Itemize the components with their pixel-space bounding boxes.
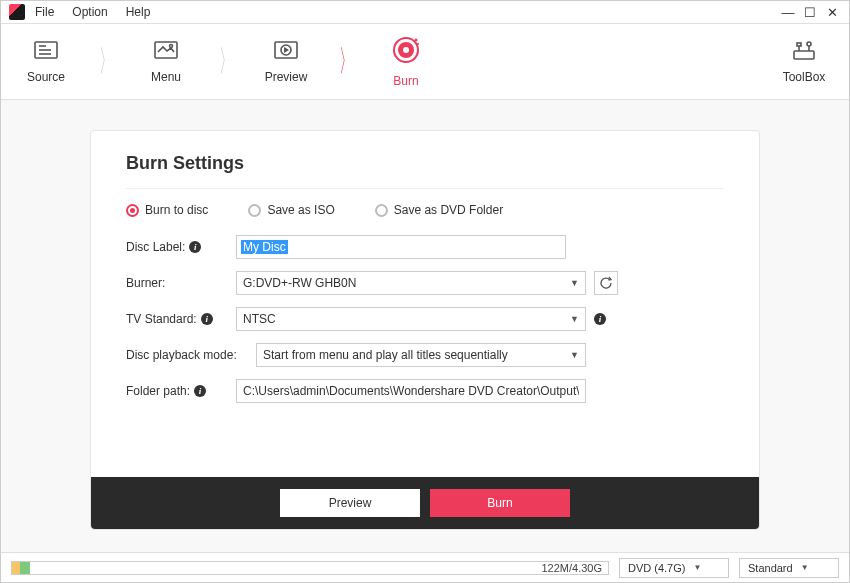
- radio-save-dvd-folder[interactable]: Save as DVD Folder: [375, 203, 503, 217]
- radio-burn-to-disc[interactable]: Burn to disc: [126, 203, 208, 217]
- tab-label: ToolBox: [783, 70, 826, 84]
- chevron-down-icon: ▼: [570, 350, 579, 360]
- card-footer: Preview Burn: [91, 477, 759, 529]
- disc-label-label: Disc Label:i: [126, 240, 236, 254]
- svg-rect-17: [797, 43, 801, 46]
- info-icon[interactable]: i: [201, 313, 213, 325]
- maximize-button[interactable]: ☐: [801, 5, 819, 20]
- folder-path-input[interactable]: C:\Users\admin\Documents\Wondershare DVD…: [236, 379, 586, 403]
- refresh-burner-button[interactable]: [594, 271, 618, 295]
- radio-label: Save as ISO: [267, 203, 334, 217]
- svg-marker-8: [284, 47, 289, 53]
- disc-type-select[interactable]: DVD (4.7G)▼: [619, 558, 729, 578]
- disc-label-input[interactable]: My Disc: [236, 235, 566, 259]
- tab-preview[interactable]: Preview: [241, 24, 331, 100]
- tv-standard-select[interactable]: NTSC▼: [236, 307, 586, 331]
- capacity-text: 122M/4.30G: [541, 562, 602, 574]
- chevron-down-icon: ▼: [801, 563, 809, 572]
- playback-mode-select[interactable]: Start from menu and play all titles sequ…: [256, 343, 586, 367]
- output-type-group: Burn to disc Save as ISO Save as DVD Fol…: [126, 203, 724, 217]
- preview-button[interactable]: Preview: [280, 489, 420, 517]
- tab-bar: Source 〉 Menu 〉 Preview 〉 Burn ToolBox: [1, 24, 849, 100]
- close-button[interactable]: ✕: [823, 5, 841, 20]
- menu-option[interactable]: Option: [72, 5, 107, 19]
- toolbox-icon: [790, 39, 818, 64]
- menu-file[interactable]: File: [35, 5, 54, 19]
- playback-mode-label: Disc playback mode:: [126, 348, 256, 362]
- content-area: Burn Settings Burn to disc Save as ISO S…: [1, 100, 849, 552]
- chevron-down-icon: ▼: [570, 278, 579, 288]
- tab-burn[interactable]: Burn: [361, 24, 451, 100]
- info-icon[interactable]: i: [194, 385, 206, 397]
- burner-select[interactable]: G:DVD+-RW GHB0N▼: [236, 271, 586, 295]
- svg-point-13: [417, 43, 419, 45]
- info-icon[interactable]: i: [189, 241, 201, 253]
- menu-icon: [152, 39, 180, 64]
- minimize-button[interactable]: —: [779, 5, 797, 20]
- capacity-progress: 122M/4.30G: [11, 561, 609, 575]
- tab-menu[interactable]: Menu: [121, 24, 211, 100]
- chevron-down-icon: ▼: [693, 563, 701, 572]
- chevron-icon: 〉: [219, 41, 234, 82]
- svg-point-5: [170, 45, 173, 48]
- burn-icon: [391, 35, 421, 68]
- chevron-down-icon: ▼: [570, 314, 579, 324]
- status-bar: 122M/4.30G DVD (4.7G)▼ Standard▼: [1, 552, 849, 582]
- progress-segment: [12, 562, 20, 574]
- source-icon: [32, 39, 60, 64]
- tv-standard-label: TV Standard:i: [126, 312, 236, 326]
- burn-button[interactable]: Burn: [430, 489, 570, 517]
- radio-save-iso[interactable]: Save as ISO: [248, 203, 334, 217]
- card-title: Burn Settings: [126, 153, 724, 189]
- folder-path-label: Folder path:i: [126, 384, 236, 398]
- tab-label: Source: [27, 70, 65, 84]
- tab-label: Menu: [151, 70, 181, 84]
- preview-icon: [272, 39, 300, 64]
- svg-point-12: [415, 39, 418, 42]
- tab-toolbox[interactable]: ToolBox: [759, 39, 849, 84]
- progress-segment: [20, 562, 30, 574]
- chevron-icon: 〉: [339, 41, 354, 82]
- titlebar: File Option Help — ☐ ✕: [1, 1, 849, 24]
- quality-select[interactable]: Standard▼: [739, 558, 839, 578]
- info-icon[interactable]: i: [594, 313, 606, 325]
- radio-label: Burn to disc: [145, 203, 208, 217]
- tab-label: Preview: [265, 70, 308, 84]
- menu-help[interactable]: Help: [126, 5, 151, 19]
- burner-label: Burner:: [126, 276, 236, 290]
- app-icon: [9, 4, 25, 20]
- svg-rect-14: [794, 51, 814, 59]
- radio-label: Save as DVD Folder: [394, 203, 503, 217]
- tab-label: Burn: [393, 74, 418, 88]
- svg-point-18: [807, 42, 811, 46]
- chevron-icon: 〉: [99, 41, 114, 82]
- burn-settings-card: Burn Settings Burn to disc Save as ISO S…: [90, 130, 760, 530]
- tab-source[interactable]: Source: [1, 24, 91, 100]
- svg-point-11: [403, 47, 409, 53]
